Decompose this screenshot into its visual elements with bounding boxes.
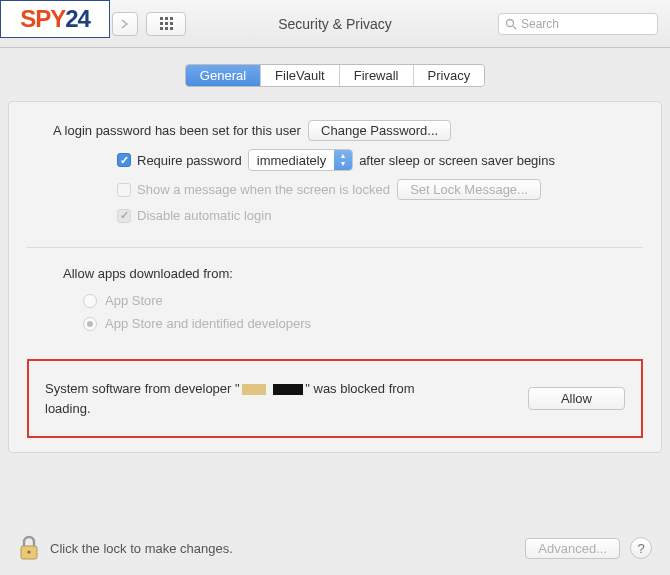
radio-identified-developers-label: App Store and identified developers: [105, 316, 311, 331]
general-pane: A login password has been set for this u…: [8, 101, 662, 453]
allow-button[interactable]: Allow: [528, 387, 625, 410]
redacted-developer-name: [273, 384, 303, 395]
redacted-developer-name: [242, 384, 266, 395]
tab-filevault[interactable]: FileVault: [261, 65, 340, 86]
login-password-set-text: A login password has been set for this u…: [53, 123, 301, 138]
lock-icon[interactable]: [18, 535, 40, 561]
window-footer: Click the lock to make changes. Advanced…: [0, 521, 670, 575]
require-password-label: Require password: [137, 153, 242, 168]
require-password-delay-value: immediately: [249, 153, 334, 168]
search-input[interactable]: Search: [498, 13, 658, 35]
show-message-checkbox: [117, 183, 131, 197]
spy24-logo: SPY24: [0, 0, 110, 38]
search-icon: [505, 18, 517, 30]
after-sleep-text: after sleep or screen saver begins: [359, 153, 555, 168]
divider: [27, 247, 643, 248]
require-password-checkbox[interactable]: [117, 153, 131, 167]
lock-hint-text: Click the lock to make changes.: [50, 541, 233, 556]
disable-auto-login-checkbox: [117, 209, 131, 223]
radio-app-store: [83, 294, 97, 308]
change-password-button[interactable]: Change Password...: [308, 120, 451, 141]
svg-point-0: [507, 19, 514, 26]
forward-button[interactable]: [112, 12, 138, 36]
blocked-software-text: System software from developer " " was b…: [45, 379, 425, 418]
radio-app-store-label: App Store: [105, 293, 163, 308]
tab-firewall[interactable]: Firewall: [340, 65, 414, 86]
require-password-delay-select[interactable]: immediately: [248, 149, 353, 171]
allow-apps-title: Allow apps downloaded from:: [27, 266, 643, 281]
tab-privacy[interactable]: Privacy: [414, 65, 485, 86]
tab-bar: General FileVault Firewall Privacy: [0, 64, 670, 87]
tab-general[interactable]: General: [186, 65, 261, 86]
blocked-software-notice: System software from developer " " was b…: [27, 359, 643, 438]
apps-grid-icon: [160, 17, 173, 30]
svg-point-3: [27, 550, 30, 553]
help-button[interactable]: ?: [630, 537, 652, 559]
advanced-button: Advanced...: [525, 538, 620, 559]
show-message-label: Show a message when the screen is locked: [137, 182, 390, 197]
show-all-button[interactable]: [146, 12, 186, 36]
search-placeholder: Search: [521, 17, 559, 31]
chevron-right-icon: [121, 19, 129, 29]
select-stepper-icon: [334, 150, 352, 170]
radio-identified-developers: [83, 317, 97, 331]
set-lock-message-button: Set Lock Message...: [397, 179, 541, 200]
disable-auto-login-label: Disable automatic login: [137, 208, 271, 223]
svg-line-1: [513, 26, 516, 29]
